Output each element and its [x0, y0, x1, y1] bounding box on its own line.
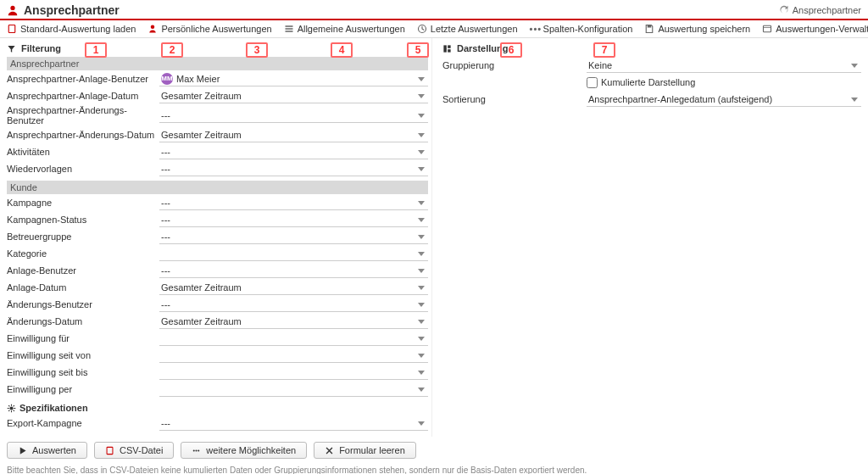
display-panel: Darstellung Gruppierung Keine Kumulierte…: [432, 38, 868, 437]
btn-more[interactable]: weitere Möglichkeiten: [181, 442, 307, 459]
filter-heading: Filterung: [7, 38, 431, 57]
more-icon: [192, 446, 201, 455]
document-icon: [7, 24, 17, 34]
footnote: Bitte beachten Sie, dass in CSV-Dateien …: [0, 464, 868, 474]
list-icon: [284, 24, 294, 34]
svg-point-0: [10, 6, 14, 10]
group-ansprechpartner: Ansprechpartner: [7, 57, 428, 70]
dd-einw-seit-von[interactable]: [159, 348, 428, 363]
label-k-aender-benutzer: Änderungs-Benutzer: [7, 299, 159, 309]
dd-einw-fuer[interactable]: [159, 331, 428, 346]
label-kampagne: Kampagne: [7, 198, 159, 208]
dd-kampagne[interactable]: ---: [159, 195, 428, 210]
label-wiedervorlagen: Wiedervorlagen: [7, 164, 159, 174]
svg-rect-13: [107, 447, 113, 454]
display-heading: Darstellung: [442, 38, 861, 57]
dd-ap-aender-benutzer[interactable]: ---: [159, 108, 428, 123]
play-icon: [18, 446, 27, 455]
toolbar: Standard-Auswertung laden Persönliche Au…: [0, 20, 868, 38]
tool-save[interactable]: Auswertung speichern: [644, 24, 750, 34]
dd-k-anlage-benutzer[interactable]: ---: [159, 263, 428, 278]
svg-point-2: [151, 25, 155, 30]
svg-rect-12: [448, 49, 450, 52]
dd-ap-anlage-benutzer[interactable]: MM Max Meier: [159, 71, 428, 86]
svg-rect-11: [448, 45, 450, 47]
label-k-anlage-datum: Anlage-Datum: [7, 282, 159, 293]
svg-rect-7: [648, 25, 652, 28]
dd-export-kampagne[interactable]: ---: [159, 415, 428, 431]
tool-load-standard[interactable]: Standard-Auswertung laden: [7, 24, 136, 34]
tool-columns[interactable]: ••• Spalten-Konfiguration: [530, 24, 633, 34]
svg-rect-1: [8, 25, 15, 33]
label-einw-seit-von: Einwilligung seit von: [7, 350, 159, 360]
save-icon: [644, 24, 654, 34]
clock-icon: [417, 24, 427, 34]
spec-heading: Spezifikationen: [7, 398, 431, 415]
svg-point-14: [193, 449, 195, 451]
gear-icon: [7, 404, 16, 413]
csv-icon: [105, 446, 114, 455]
dots-icon: •••: [530, 24, 540, 34]
label-kategorie: Kategorie: [7, 248, 159, 259]
svg-rect-3: [285, 25, 292, 27]
chk-kumulierte-box[interactable]: [587, 77, 598, 88]
tool-general[interactable]: Allgemeine Auswertungen: [284, 24, 405, 34]
dd-sortierung[interactable]: Ansprechpartner-Anlegedatum (aufsteigend…: [587, 92, 861, 107]
svg-point-15: [196, 449, 198, 451]
dd-einw-seit-bis[interactable]: [159, 365, 428, 380]
label-export-kampagne: Export-Kampagne: [7, 418, 159, 428]
dd-einw-per[interactable]: [159, 382, 428, 397]
svg-point-9: [9, 406, 13, 410]
close-icon: [325, 446, 334, 455]
label-k-aender-datum: Änderungs-Datum: [7, 316, 159, 326]
breadcrumb[interactable]: Ansprechpartner: [779, 5, 861, 15]
btn-csv[interactable]: CSV-Datei: [94, 442, 174, 459]
dd-ap-aender-datum[interactable]: Gesamter Zeitraum: [159, 127, 428, 142]
refresh-icon: [779, 5, 789, 15]
label-einw-per: Einwilligung per: [7, 384, 159, 394]
avatar: MM: [161, 73, 173, 85]
manage-icon: [762, 24, 772, 34]
label-aktivitaeten: Aktivitäten: [7, 147, 159, 157]
filter-panel: Filterung Ansprechpartner Ansprechpartne…: [0, 38, 432, 437]
dd-k-anlage-datum[interactable]: Gesamter Zeitraum: [159, 280, 428, 295]
dd-kampagne-status[interactable]: ---: [159, 212, 428, 227]
svg-rect-5: [285, 31, 292, 32]
dd-betreuergruppe[interactable]: ---: [159, 229, 428, 244]
dd-k-aender-datum[interactable]: Gesamter Zeitraum: [159, 314, 428, 329]
layout-icon: [442, 44, 452, 53]
page-title: Ansprechpartner: [24, 3, 120, 17]
dd-kategorie[interactable]: [159, 246, 428, 261]
label-einw-seit-bis: Einwilligung seit bis: [7, 367, 159, 377]
dd-wiedervorlagen[interactable]: ---: [159, 161, 428, 176]
svg-rect-10: [443, 45, 446, 52]
dd-aktivitaeten[interactable]: ---: [159, 144, 428, 159]
user-icon: [147, 24, 158, 34]
label-sortierung: Sortierung: [442, 94, 587, 104]
label-ap-anlage-benutzer: Ansprechpartner-Anlage-Benutzer: [7, 74, 159, 84]
svg-rect-4: [285, 28, 292, 30]
btn-auswerten[interactable]: Auswerten: [7, 442, 87, 459]
dd-ap-anlage-datum[interactable]: Gesamter Zeitraum: [159, 88, 428, 103]
label-kampagne-status: Kampagnen-Status: [7, 215, 159, 225]
content: Filterung Ansprechpartner Ansprechpartne…: [0, 38, 868, 437]
label-ap-anlage-datum: Ansprechpartner-Anlage-Datum: [7, 91, 159, 101]
dd-gruppierung[interactable]: Keine: [587, 58, 861, 73]
filter-icon: [7, 44, 16, 53]
label-k-anlage-benutzer: Anlage-Benutzer: [7, 265, 159, 276]
contact-icon: [7, 4, 19, 16]
label-gruppierung: Gruppierung: [442, 60, 587, 70]
page-header: Ansprechpartner Ansprechpartner: [0, 0, 868, 19]
group-kunde: Kunde: [7, 181, 428, 194]
tool-manage[interactable]: Auswertungen-Verwaltung: [762, 24, 868, 34]
footer-buttons: Auswerten CSV-Datei weitere Möglichkeite…: [0, 437, 868, 464]
tool-recent[interactable]: Letzte Auswertungen: [417, 24, 518, 34]
svg-point-16: [198, 449, 200, 451]
label-einw-fuer: Einwilligung für: [7, 333, 159, 343]
label-betreuergruppe: Betreuergruppe: [7, 231, 159, 242]
chk-kumulierte[interactable]: Kumulierte Darstellung: [587, 77, 861, 88]
tool-personal[interactable]: Persönliche Auswertungen: [147, 24, 271, 34]
dd-k-aender-benutzer[interactable]: ---: [159, 297, 428, 312]
label-ap-aender-datum: Ansprechpartner-Änderungs-Datum: [7, 130, 159, 140]
btn-clear[interactable]: Formular leeren: [314, 442, 416, 459]
